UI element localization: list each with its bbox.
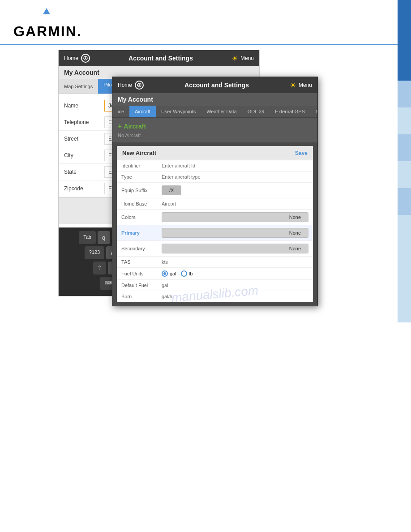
modal-row-primary: Primary None <box>117 225 313 241</box>
modal-label-home-base: Home Base <box>121 201 162 206</box>
garmin-logo: GARMIN . <box>13 8 81 40</box>
tab-user-waypoints-front[interactable]: User Waypoints <box>156 106 201 117</box>
sidebar-bar-7 <box>398 215 411 242</box>
topbar-back: Home Account and Settings ☀ Menu <box>59 50 259 66</box>
modal-header: New Aircraft Save <box>117 146 313 160</box>
sun-icon-back: ☀ <box>231 54 238 63</box>
modal-row-tas: TAS <box>117 257 313 268</box>
radio-lb-circle <box>181 270 187 277</box>
modal-row-identifier: Identifier <box>117 160 313 172</box>
modal-input-tas[interactable] <box>162 259 308 265</box>
modal-input-type[interactable] <box>162 174 308 180</box>
plus-icon[interactable]: + <box>118 122 122 130</box>
aircraft-title: + Aircraft <box>118 122 312 130</box>
modal-label-secondary: Secondary <box>121 246 162 251</box>
key-shift[interactable]: ⇧ <box>93 262 106 275</box>
topbar-front-right: ☀ Menu <box>290 81 312 90</box>
aircraft-title-label: Aircraft <box>124 123 146 130</box>
tab-external-gps[interactable]: External GPS <box>270 106 310 117</box>
modal-label-burn: Burn <box>121 294 162 299</box>
sidebar-bar-9 <box>398 269 411 296</box>
my-account-label-back: My Account <box>64 69 99 76</box>
radio-gal-label: gal <box>170 271 176 276</box>
home-icon-front[interactable] <box>135 81 144 90</box>
modal-row-home-base: Home Base <box>117 198 313 210</box>
equip-suffix-button[interactable]: /X <box>162 185 181 195</box>
menu-label-front[interactable]: Menu <box>299 82 312 88</box>
key-q[interactable]: q <box>98 231 110 244</box>
menu-label-back[interactable]: Menu <box>240 55 254 61</box>
no-aircraft-text: No Aircraft <box>118 133 312 138</box>
radio-gal-circle <box>162 270 168 277</box>
garmin-triangle-icon <box>43 8 50 14</box>
right-sidebar <box>398 0 411 532</box>
header-line <box>88 24 398 24</box>
key-numbers[interactable]: ?123 <box>85 246 104 259</box>
key-tab[interactable]: Tab <box>79 231 96 244</box>
modal-row-colors: Colors None <box>117 210 313 225</box>
new-aircraft-modal: New Aircraft Save Identifier Type Equip … <box>117 146 313 302</box>
secondary-button[interactable]: None <box>162 244 308 253</box>
tab-subscriptions[interactable]: Subscriptions <box>310 106 317 117</box>
aircraft-section: + Aircraft No Aircraft <box>112 118 317 142</box>
topbar-left: Home <box>64 54 90 63</box>
label-telephone: Telephone <box>64 119 104 125</box>
sidebar-bar-10 <box>398 296 411 322</box>
modal-label-colors: Colors <box>121 215 162 220</box>
my-account-bar-front: My Account <box>112 93 317 106</box>
home-label[interactable]: Home <box>64 55 78 61</box>
screenshots-container: Home Account and Settings ☀ Menu My Acco… <box>58 50 336 386</box>
modal-label-fuel-units: Fuel Units <box>121 271 162 276</box>
tab-ice[interactable]: ice <box>112 106 129 117</box>
sun-icon-front: ☀ <box>290 81 296 90</box>
label-zipcode: Zipcode <box>64 185 104 192</box>
modal-title: New Aircraft <box>122 150 156 156</box>
label-state: State <box>64 169 104 175</box>
fuel-units-radio-group: gal lb <box>162 270 193 277</box>
tab-gdl39[interactable]: GDL 39 <box>242 106 270 117</box>
home-icon[interactable] <box>81 54 90 63</box>
label-street: Street <box>64 136 104 142</box>
modal-row-burn: Burn <box>117 291 313 302</box>
modal-row-type: Type <box>117 172 313 183</box>
sidebar-bar-5 <box>398 161 411 188</box>
modal-label-primary: Primary <box>121 230 162 236</box>
modal-save-button[interactable]: Save <box>295 150 308 156</box>
modal-input-identifier[interactable] <box>162 163 308 168</box>
modal-label-default-fuel: Default Fuel <box>121 283 162 288</box>
garmin-header: GARMIN . <box>0 0 411 45</box>
modal-input-home-base[interactable] <box>162 201 308 206</box>
modal-label-identifier: Identifier <box>121 163 162 168</box>
label-name: Name <box>64 103 104 109</box>
tab-weather-data-front[interactable]: Weather Data <box>201 106 242 117</box>
my-account-label-front: My Account <box>118 96 153 103</box>
tabs-bar-front: ice Aircraft User Waypoints Weather Data… <box>112 106 317 118</box>
screen-front: Home Account and Settings ☀ Menu My Acco… <box>112 77 318 306</box>
topbar-front-left: Home <box>118 81 144 90</box>
radio-gal[interactable]: gal <box>162 270 176 277</box>
radio-lb-label: lb <box>189 271 193 276</box>
topbar-title-front: Account and Settings <box>144 82 290 89</box>
label-city: City <box>64 152 104 159</box>
primary-button[interactable]: None <box>162 228 308 238</box>
modal-input-default-fuel[interactable] <box>162 283 308 288</box>
modal-label-type: Type <box>121 174 162 180</box>
modal-row-equip-suffix: Equip Suffix /X <box>117 183 313 198</box>
modal-row-default-fuel: Default Fuel <box>117 280 313 291</box>
sidebar-bar-2 <box>398 81 411 107</box>
sidebar-bar-6 <box>398 188 411 215</box>
topbar-front: Home Account and Settings ☀ Menu <box>112 77 317 93</box>
modal-input-burn[interactable] <box>162 294 308 299</box>
tab-map-settings[interactable]: Map Settings <box>59 81 98 92</box>
tab-aircraft-front[interactable]: Aircraft <box>129 106 156 117</box>
home-label-front[interactable]: Home <box>118 82 132 88</box>
modal-label-equip-suffix: Equip Suffix <box>121 188 162 193</box>
topbar-right-group: ☀ Menu <box>231 54 254 63</box>
modal-row-fuel-units: Fuel Units gal lb <box>117 268 313 280</box>
garmin-logo-dot: . <box>77 23 81 40</box>
sidebar-bar-3 <box>398 107 411 134</box>
colors-button[interactable]: None <box>162 212 308 222</box>
radio-lb[interactable]: lb <box>181 270 193 277</box>
modal-label-tas: TAS <box>121 259 162 265</box>
topbar-title-back: Account and Settings <box>90 55 231 62</box>
